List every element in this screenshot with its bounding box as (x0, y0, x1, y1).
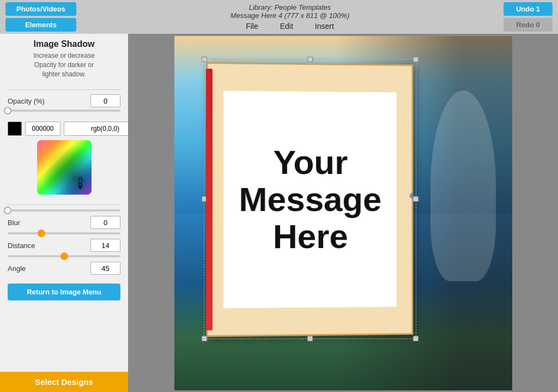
angle-section: Angle (8, 255, 120, 277)
top-bar: Photos/Videos Elements Library: People T… (0, 0, 558, 34)
angle-slider[interactable] (8, 255, 120, 257)
opacity-section: Opacity (%) (8, 94, 120, 116)
opacity-label: Opacity (%) (8, 97, 45, 105)
menu-insert[interactable]: Insert (315, 22, 334, 31)
sign-line1: Your (273, 143, 348, 180)
color-picker-wheel[interactable]: 🖊 (37, 140, 92, 195)
library-info: Library: People Templates (249, 3, 331, 11)
divider-top (8, 89, 120, 90)
blur-section: Blur (8, 209, 120, 231)
sign-line2: Message (239, 180, 381, 218)
distance-input[interactable] (90, 239, 120, 252)
sign-inner: Your Message Here (223, 91, 397, 308)
blur-label: Blur (8, 219, 20, 227)
opacity-slider[interactable] (8, 110, 120, 112)
return-to-image-menu-button[interactable]: Return to Image Menu (8, 284, 120, 300)
panel-subtitle: Increase or decreaseOpacity for darker o… (8, 51, 120, 79)
color-row (8, 122, 120, 136)
menu-edit[interactable]: Edit (280, 22, 293, 31)
opacity-row: Opacity (%) (8, 94, 120, 107)
blur-thumb[interactable] (4, 207, 11, 214)
select-designs-label: Select Designs (35, 377, 93, 387)
top-bar-menu: File Edit Insert (246, 22, 334, 31)
panel-title: Image Shadow (8, 39, 120, 49)
opacity-input[interactable] (90, 94, 120, 107)
sign-board[interactable]: Your Message Here (206, 62, 413, 336)
top-bar-left: Photos/Videos Elements (5, 2, 76, 32)
canvas-area[interactable]: Your Message Here ✏ (128, 34, 558, 392)
opacity-thumb[interactable] (4, 107, 11, 114)
top-bar-right: Undo 1 Redo 0 (504, 2, 553, 32)
main-content: Image Shadow Increase or decreaseOpacity… (0, 34, 558, 392)
undo-button[interactable]: Undo 1 (504, 2, 553, 16)
distance-row: Distance (8, 239, 120, 252)
canvas-inner: Your Message Here ✏ (174, 36, 512, 390)
color-swatch[interactable] (8, 122, 22, 136)
file-info: Message Here 4 (777 x 811 @ 100%) (231, 11, 349, 20)
sign-text: Your Message Here (239, 143, 381, 256)
sign-line3: Here (272, 217, 348, 255)
blur-slider[interactable] (8, 209, 120, 212)
ruler-bar (206, 69, 213, 330)
redo-button: Redo 0 (504, 18, 553, 32)
top-bar-center: Library: People Templates Message Here 4… (81, 3, 499, 31)
select-designs-bar[interactable]: Select Designs (0, 372, 128, 392)
left-panel: Image Shadow Increase or decreaseOpacity… (0, 34, 128, 392)
woman-shirt-highlight (430, 91, 496, 281)
angle-thumb[interactable] (60, 252, 68, 260)
angle-input[interactable] (90, 262, 120, 275)
elements-button[interactable]: Elements (5, 18, 76, 32)
angle-label: Angle (8, 264, 26, 273)
menu-file[interactable]: File (246, 22, 258, 31)
distance-label: Distance (8, 242, 35, 250)
distance-section: Distance (8, 232, 120, 254)
distance-thumb[interactable] (38, 230, 45, 237)
blur-row: Blur (8, 216, 120, 229)
distance-slider[interactable] (8, 232, 120, 234)
photos-videos-button[interactable]: Photos/Videos (5, 2, 76, 16)
color-hex-input[interactable] (25, 122, 60, 136)
blur-input[interactable] (90, 216, 120, 229)
divider-mid (8, 204, 120, 205)
angle-row: Angle (8, 262, 120, 275)
